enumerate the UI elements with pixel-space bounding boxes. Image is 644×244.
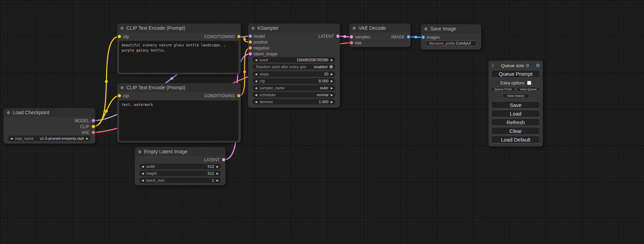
increment-arrow-icon[interactable]: ▶ xyxy=(217,179,219,182)
link-midpoint-dot[interactable] xyxy=(243,38,246,41)
widget-label: height xyxy=(146,171,157,175)
link-midpoint-dot[interactable] xyxy=(170,77,173,80)
prev-value-arrow-icon[interactable]: ◀ xyxy=(255,87,257,90)
collapse-dot[interactable] xyxy=(353,27,356,30)
seed-widget[interactable]: ◀ seed 156680208700286 ▶ xyxy=(253,57,335,63)
node-graph-canvas[interactable]: Load Checkpoint MODEL CLIP VAE ◀ ckpt_na… xyxy=(0,0,644,244)
link-midpoint-dot[interactable] xyxy=(343,35,346,38)
decrement-arrow-icon[interactable]: ◀ xyxy=(255,73,257,76)
image-output-port[interactable] xyxy=(407,35,410,38)
node-title-bar[interactable]: CLIP Text Encode (Prompt) xyxy=(117,24,241,33)
collapse-dot[interactable] xyxy=(7,111,10,114)
queue-prompt-button[interactable]: Queue Prompt xyxy=(491,70,540,78)
latent-image-input-port[interactable] xyxy=(249,52,252,55)
model-output-port[interactable] xyxy=(92,119,95,122)
next-value-arrow-icon[interactable]: ▶ xyxy=(331,87,333,90)
link-midpoint-dot[interactable] xyxy=(415,36,417,38)
increment-arrow-icon[interactable]: ▶ xyxy=(331,58,333,62)
drag-handle-icon[interactable]: ⣿ xyxy=(491,63,494,68)
increment-arrow-icon[interactable]: ▶ xyxy=(217,172,219,175)
increment-arrow-icon[interactable]: ▶ xyxy=(331,100,333,103)
latent-output-port[interactable] xyxy=(336,35,339,38)
node-load-checkpoint[interactable]: Load Checkpoint MODEL CLIP VAE ◀ ckpt_na… xyxy=(3,108,95,144)
view-queue-button[interactable]: View Queue xyxy=(517,87,540,92)
node-title: KSampler xyxy=(257,25,279,31)
ckpt-name-widget[interactable]: ◀ ckpt_name v1-5-pruned-emaonly.ckpt ▶ xyxy=(8,136,91,141)
positive-input-port[interactable] xyxy=(249,40,252,44)
node-clip-text-encode-negative[interactable]: CLIP Text Encode (Prompt) clip CONDITION… xyxy=(117,83,241,143)
node-title-bar[interactable]: KSampler xyxy=(248,24,340,33)
slot-label: LATENT xyxy=(318,34,334,39)
sampler-name-widget[interactable]: ◀ sampler_name euler ▶ xyxy=(253,85,335,91)
save-button[interactable]: Save xyxy=(491,101,540,109)
node-title-bar[interactable]: VAE Decode xyxy=(349,24,411,33)
decrement-arrow-icon[interactable]: ◀ xyxy=(255,58,257,62)
denoise-widget[interactable]: ◀ denoise 1.000 ▶ xyxy=(253,99,335,105)
negative-prompt-textarea[interactable]: text, watermark xyxy=(119,100,238,141)
node-vae-decode[interactable]: VAE Decode samples vae IMAGE xyxy=(349,24,411,47)
node-clip-text-encode-positive[interactable]: CLIP Text Encode (Prompt) clip CONDITION… xyxy=(117,24,241,74)
clip-output-port[interactable] xyxy=(92,125,95,128)
images-input-port[interactable] xyxy=(422,36,425,39)
decrement-arrow-icon[interactable]: ◀ xyxy=(142,172,144,175)
load-button[interactable]: Load xyxy=(491,110,540,117)
widget-label: scheduler xyxy=(259,93,276,97)
next-value-arrow-icon[interactable]: ▶ xyxy=(331,93,333,97)
random-seed-toggle-widget[interactable]: Random seed after every gen enabled xyxy=(253,64,335,70)
negative-input-port[interactable] xyxy=(249,46,252,49)
clear-button[interactable]: Clear xyxy=(491,127,540,135)
conditioning-output-port[interactable] xyxy=(237,35,240,38)
slot-label: LATENT xyxy=(204,157,220,162)
height-widget[interactable]: ◀ height 512 ▶ xyxy=(139,171,221,176)
scheduler-widget[interactable]: ◀ scheduler normal ▶ xyxy=(253,92,335,98)
positive-prompt-textarea[interactable]: beautiful scenery nature glass bottle la… xyxy=(119,41,238,73)
collapse-dot[interactable] xyxy=(138,150,141,153)
node-empty-latent-image[interactable]: Empty Latent Image LATENT ◀ width 512 ▶ … xyxy=(135,147,226,185)
decrement-arrow-icon[interactable]: ◀ xyxy=(255,80,257,83)
increment-arrow-icon[interactable]: ▶ xyxy=(331,73,333,76)
vae-output-port[interactable] xyxy=(92,131,95,134)
toggle-knob[interactable] xyxy=(329,65,333,69)
node-title-bar[interactable]: Load Checkpoint xyxy=(3,108,95,117)
decrement-arrow-icon[interactable]: ◀ xyxy=(142,165,144,168)
decrement-arrow-icon[interactable]: ◀ xyxy=(255,100,257,103)
node-title-bar[interactable]: Save Image xyxy=(421,24,481,33)
slot-label: CLIP xyxy=(80,124,89,129)
prev-value-arrow-icon[interactable]: ◀ xyxy=(255,93,257,97)
cfg-widget[interactable]: ◀ cfg 8.000 ▶ xyxy=(253,78,335,84)
filename-prefix-widget[interactable]: filename_prefix ComfyUI xyxy=(425,40,477,46)
node-save-image[interactable]: Save Image images filename_prefix ComfyU… xyxy=(421,24,481,49)
conditioning-output-port[interactable] xyxy=(237,94,240,97)
node-title-bar[interactable]: CLIP Text Encode (Prompt) xyxy=(117,83,241,92)
widget-label: width xyxy=(146,164,155,169)
increment-arrow-icon[interactable]: ▶ xyxy=(217,165,219,168)
widget-label: ckpt_name xyxy=(15,136,34,141)
settings-gear-icon[interactable]: ⚙ xyxy=(536,63,540,68)
collapse-dot[interactable] xyxy=(121,27,124,30)
node-ksampler[interactable]: KSampler model positive negative latent_… xyxy=(248,24,340,108)
extra-options-checkbox[interactable] xyxy=(527,81,531,85)
queue-front-button[interactable]: Queue Front xyxy=(491,87,515,92)
collapse-dot[interactable] xyxy=(424,27,427,30)
increment-arrow-icon[interactable]: ▶ xyxy=(331,80,333,83)
node-title-bar[interactable]: Empty Latent Image xyxy=(135,147,226,156)
steps-widget[interactable]: ◀ steps 20 ▶ xyxy=(253,71,335,77)
widget-value: 512 xyxy=(208,164,214,169)
link-midpoint-dot[interactable] xyxy=(243,71,246,73)
latent-output-port[interactable] xyxy=(222,158,225,161)
width-widget[interactable]: ◀ width 512 ▶ xyxy=(139,164,221,169)
next-value-arrow-icon[interactable]: ▶ xyxy=(86,137,88,140)
view-history-button[interactable]: View History xyxy=(502,93,529,98)
collapse-dot[interactable] xyxy=(252,27,255,30)
widget-value: 1 xyxy=(212,178,214,182)
vae-input-port[interactable] xyxy=(350,41,353,44)
collapse-dot[interactable] xyxy=(121,86,124,89)
prev-value-arrow-icon[interactable]: ◀ xyxy=(10,137,12,140)
load-default-button[interactable]: Load Default xyxy=(491,136,540,143)
decrement-arrow-icon[interactable]: ◀ xyxy=(142,179,144,182)
batch-size-widget[interactable]: ◀ batch_size 1 ▶ xyxy=(139,178,221,183)
link-midpoint-dot[interactable] xyxy=(105,80,108,83)
refresh-button[interactable]: Refresh xyxy=(491,118,540,126)
link-midpoint-dot[interactable] xyxy=(105,110,108,112)
queue-buttons-row: Queue Front View Queue xyxy=(491,87,540,92)
